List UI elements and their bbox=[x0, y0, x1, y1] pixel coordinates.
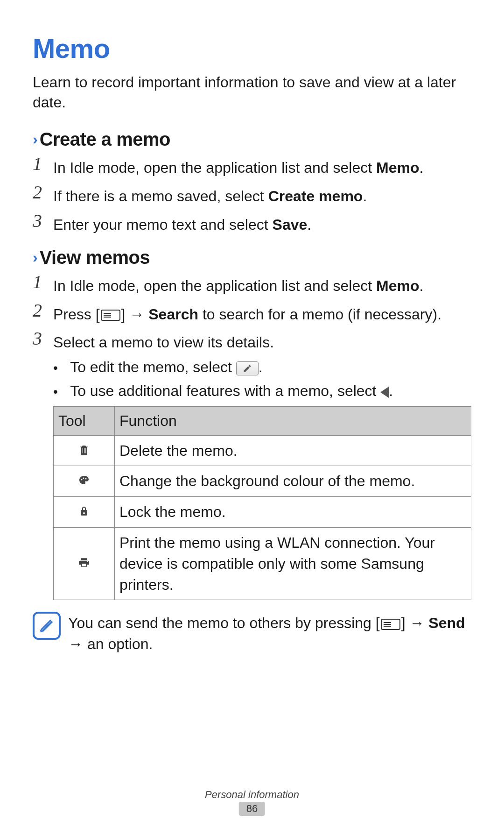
bullet-item: To edit the memo, select . bbox=[53, 357, 471, 378]
view-memos-steps: 1 In Idle mode, open the application lis… bbox=[33, 273, 471, 601]
step-item: 1 In Idle mode, open the application lis… bbox=[33, 155, 471, 178]
step-text: If there is a memo saved, select Create … bbox=[53, 183, 471, 207]
text: → an option. bbox=[68, 636, 153, 652]
section-create-memo-title: Create a memo bbox=[40, 129, 170, 150]
step-item: 3 Select a memo to view its details. To … bbox=[33, 329, 471, 600]
step-number: 1 bbox=[33, 273, 49, 291]
bold-text: Send bbox=[428, 615, 465, 631]
section-create-memo-heading: › Create a memo bbox=[33, 129, 471, 150]
step-item: 1 In Idle mode, open the application lis… bbox=[33, 273, 471, 297]
intro-paragraph: Learn to record important information to… bbox=[33, 72, 471, 113]
table-row: Delete the memo. bbox=[54, 435, 471, 466]
text: To use additional features with a memo, … bbox=[70, 382, 380, 399]
bold-text: Memo bbox=[376, 277, 419, 294]
table-cell: Print the memo using a WLAN connection. … bbox=[115, 527, 471, 600]
table-row: Lock the memo. bbox=[54, 497, 471, 528]
step-text: Select a memo to view its details. To ed… bbox=[53, 329, 471, 600]
sub-bullets: To edit the memo, select . To use additi… bbox=[53, 357, 471, 402]
text: In Idle mode, open the application list … bbox=[53, 159, 376, 176]
manual-page: Memo Learn to record important informati… bbox=[0, 0, 504, 827]
footer-section-name: Personal information bbox=[0, 789, 504, 801]
step-number: 2 bbox=[33, 301, 49, 320]
step-item: 2 Press [] → Search to search for a memo… bbox=[33, 301, 471, 325]
table-cell: Delete the memo. bbox=[115, 435, 471, 466]
triangle-left-icon bbox=[380, 387, 389, 398]
bold-text: Save bbox=[273, 216, 308, 233]
chevron-right-icon: › bbox=[33, 249, 38, 266]
table-cell: Lock the memo. bbox=[115, 497, 471, 528]
text: To edit the memo, select bbox=[70, 359, 236, 375]
note-text: You can send the memo to others by press… bbox=[68, 612, 471, 655]
note-block: You can send the memo to others by press… bbox=[33, 612, 471, 655]
edit-button-icon bbox=[236, 361, 259, 375]
lock-icon bbox=[54, 497, 115, 528]
printer-icon bbox=[54, 527, 115, 600]
bold-text: Create memo bbox=[268, 188, 363, 205]
bold-text: Memo bbox=[376, 159, 419, 176]
step-text: In Idle mode, open the application list … bbox=[53, 273, 471, 297]
bullet-item: To use additional features with a memo, … bbox=[53, 381, 471, 402]
step-number: 3 bbox=[33, 329, 49, 348]
step-item: 3 Enter your memo text and select Save. bbox=[33, 212, 471, 235]
step-item: 2 If there is a memo saved, select Creat… bbox=[33, 183, 471, 207]
svg-point-1 bbox=[83, 478, 84, 479]
note-info-icon bbox=[33, 612, 61, 640]
palette-icon bbox=[54, 466, 115, 497]
table-header-tool: Tool bbox=[54, 406, 115, 435]
text: . bbox=[419, 159, 423, 176]
menu-key-icon bbox=[381, 619, 400, 630]
section-view-memos-heading: › View memos bbox=[33, 247, 471, 268]
table-header-function: Function bbox=[115, 406, 471, 435]
step-text: In Idle mode, open the application list … bbox=[53, 155, 471, 178]
section-view-memos-title: View memos bbox=[40, 247, 150, 268]
text: ] → bbox=[121, 306, 149, 323]
text: You can send the memo to others by press… bbox=[68, 615, 380, 631]
step-text: Press [] → Search to search for a memo (… bbox=[53, 301, 471, 325]
step-text: Enter your memo text and select Save. bbox=[53, 212, 471, 235]
table-row: Change the background colour of the memo… bbox=[54, 466, 471, 497]
text: In Idle mode, open the application list … bbox=[53, 277, 376, 294]
table-row: Print the memo using a WLAN connection. … bbox=[54, 527, 471, 600]
page-title: Memo bbox=[33, 33, 471, 64]
text: Press [ bbox=[53, 306, 100, 323]
tool-function-table: Tool Function Delete the memo. bbox=[53, 406, 471, 601]
text: . bbox=[363, 188, 367, 205]
text: to search for a memo (if necessary). bbox=[198, 306, 441, 323]
svg-point-0 bbox=[81, 479, 83, 481]
bold-text: Search bbox=[148, 306, 198, 323]
step-number: 1 bbox=[33, 155, 49, 173]
create-memo-steps: 1 In Idle mode, open the application lis… bbox=[33, 155, 471, 235]
page-number: 86 bbox=[239, 802, 265, 816]
menu-key-icon bbox=[101, 310, 120, 321]
text: . bbox=[419, 277, 423, 294]
text: Enter your memo text and select bbox=[53, 216, 273, 233]
text: If there is a memo saved, select bbox=[53, 188, 268, 205]
step-number: 2 bbox=[33, 183, 49, 202]
step-number: 3 bbox=[33, 212, 49, 230]
text: . bbox=[307, 216, 311, 233]
svg-point-2 bbox=[85, 478, 87, 480]
text: ] → bbox=[401, 615, 429, 631]
text: Select a memo to view its details. bbox=[53, 334, 274, 351]
table-cell: Change the background colour of the memo… bbox=[115, 466, 471, 497]
chevron-right-icon: › bbox=[33, 131, 38, 148]
trash-icon bbox=[54, 435, 115, 466]
